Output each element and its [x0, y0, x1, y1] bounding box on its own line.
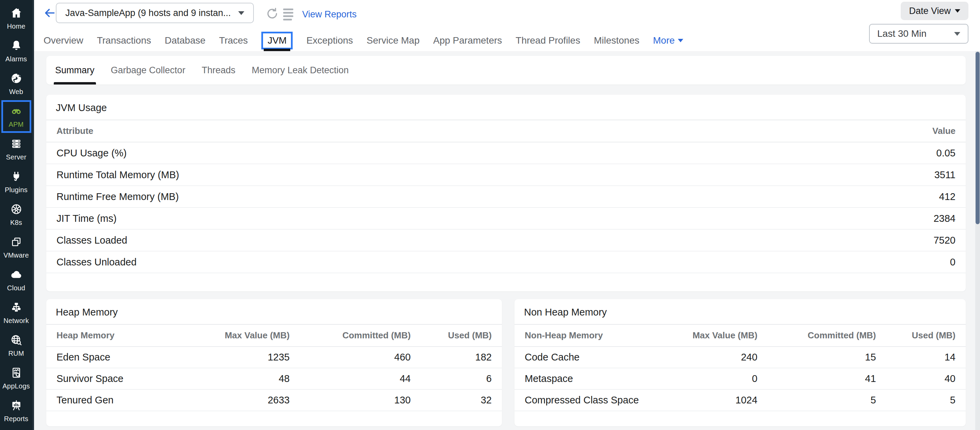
sidebar-item-label: VMware	[3, 251, 29, 259]
column-header: Max Value (MB)	[682, 325, 768, 347]
back-arrow-icon	[43, 6, 56, 21]
column-header-value: Value	[751, 120, 966, 142]
date-view-button[interactable]: Date View	[901, 2, 969, 20]
sidebar-item-apm[interactable]: APM	[2, 100, 31, 133]
sidebar-item-vmware[interactable]: VMware	[1, 231, 32, 264]
sidebar-item-k8s[interactable]: K8s	[1, 198, 32, 231]
view-reports-link[interactable]: View Reports	[302, 8, 356, 21]
sidebar-item-label: Network	[3, 317, 29, 325]
sidebar-item-cloud[interactable]: Cloud	[1, 264, 32, 296]
table-row: Code Cache 240 15 14	[514, 347, 966, 368]
heap-memory-title: Heap Memory	[46, 299, 502, 324]
subtab-garbage-collector[interactable]: Garbage Collector	[111, 56, 185, 85]
cloud-icon	[10, 269, 22, 282]
tab-app-parameters[interactable]: App Parameters	[433, 35, 502, 46]
jvm-subtab-bar: Summary Garbage Collector Threads Memory…	[46, 56, 966, 85]
sidebar-item-label: Web	[9, 88, 23, 96]
application-selector-value: Java-SampleApp (9 hosts and 9 instan...	[65, 8, 234, 18]
used-cell: 182	[421, 347, 502, 368]
tab-more[interactable]: More	[653, 35, 683, 46]
table-row: Runtime Free Memory (MB) 412	[46, 186, 966, 208]
tab-thread-profiles[interactable]: Thread Profiles	[515, 35, 580, 46]
chevron-down-icon	[678, 39, 683, 42]
max-value-cell: 1235	[215, 347, 300, 368]
chevron-down-icon	[955, 9, 960, 13]
table-row: Runtime Total Memory (MB) 3511	[46, 164, 966, 186]
sidebar-item-alarms[interactable]: Alarms	[1, 35, 32, 67]
globe-icon	[10, 72, 22, 86]
refresh-icon	[266, 7, 279, 22]
application-selector-dropdown[interactable]: Java-SampleApp (9 hosts and 9 instan...	[56, 3, 254, 23]
sidebar-item-applogs[interactable]: AppLogs	[1, 362, 32, 395]
column-header: Used (MB)	[886, 325, 966, 347]
sidebar-item-reports[interactable]: Reports	[1, 395, 32, 427]
sidebar-item-label: Cloud	[7, 284, 25, 292]
sidebar-item-network[interactable]: Network	[1, 296, 32, 329]
table-row: JIT Time (ms) 2384	[46, 208, 966, 229]
table-row: Classes Unloaded 0	[46, 251, 966, 273]
max-value-cell: 0	[682, 368, 768, 390]
apm-jvm-page: Home Alarms Web APM	[0, 0, 980, 430]
non-heap-memory-title: Non Heap Memory	[514, 299, 966, 324]
committed-cell: 460	[300, 347, 421, 368]
memory-pool-cell: Survivor Space	[46, 368, 215, 390]
sidebar-item-home[interactable]: Home	[1, 2, 32, 35]
sidebar-item-web[interactable]: Web	[1, 67, 32, 100]
report-list-button[interactable]	[283, 8, 297, 21]
back-button[interactable]	[42, 6, 57, 21]
value-cell: 3511	[751, 164, 966, 186]
sidebar-item-server[interactable]: Server	[1, 133, 32, 166]
tab-database[interactable]: Database	[165, 35, 205, 46]
plug-icon	[10, 170, 22, 184]
vertical-scrollbar-thumb[interactable]	[975, 52, 980, 224]
value-cell: 0.05	[751, 142, 966, 164]
presentation-board-icon	[10, 399, 22, 413]
binoculars-icon	[10, 105, 22, 118]
jvm-usage-title: JVM Usage	[46, 95, 966, 120]
tab-milestones[interactable]: Milestones	[594, 35, 640, 46]
value-cell: 7520	[751, 229, 966, 251]
column-header: Heap Memory	[46, 325, 215, 347]
globe-magnifier-icon	[10, 334, 22, 348]
subtab-memory-leak-detection[interactable]: Memory Leak Detection	[252, 56, 349, 85]
memory-pool-cell: Compressed Class Space	[514, 390, 682, 411]
tab-jvm-active[interactable]: JVM	[261, 32, 293, 50]
max-value-cell: 2633	[215, 390, 300, 411]
time-range-dropdown[interactable]: Last 30 Min	[869, 24, 969, 44]
table-header-row: Attribute Value	[46, 120, 966, 142]
table-row: Tenured Gen 2633 130 32	[46, 390, 502, 411]
time-range-value: Last 30 Min	[877, 28, 954, 39]
sidebar-item-label: Plugins	[5, 186, 27, 194]
tab-transactions[interactable]: Transactions	[97, 35, 151, 46]
tab-traces[interactable]: Traces	[219, 35, 248, 46]
column-header: Max Value (MB)	[215, 325, 300, 347]
sidebar-item-label: Home	[7, 22, 25, 30]
sidebar-item-rum[interactable]: RUM	[1, 329, 32, 362]
log-search-icon	[10, 367, 22, 380]
memory-pool-cell: Code Cache	[514, 347, 682, 368]
tab-more-label: More	[653, 35, 675, 46]
refresh-button[interactable]	[265, 7, 280, 22]
tab-exceptions[interactable]: Exceptions	[306, 35, 353, 46]
sidebar-item-plugins[interactable]: Plugins	[1, 166, 32, 198]
header-row-1: Java-SampleApp (9 hosts and 9 instan... …	[34, 0, 980, 27]
table-row: Compressed Class Space 1024 5 5	[514, 390, 966, 411]
max-value-cell: 240	[682, 347, 768, 368]
tab-overview[interactable]: Overview	[43, 35, 83, 46]
subtab-summary[interactable]: Summary	[55, 56, 95, 85]
value-cell: 412	[751, 186, 966, 208]
vertical-scrollbar-track[interactable]	[975, 51, 980, 430]
non-heap-memory-card: Non Heap Memory Non-Heap Memory Max Valu…	[514, 299, 966, 426]
used-cell: 5	[886, 390, 966, 411]
attribute-cell: CPU Usage (%)	[46, 142, 751, 164]
table-header-row: Non-Heap Memory Max Value (MB) Committed…	[514, 325, 966, 347]
date-view-label: Date View	[909, 6, 951, 16]
sidebar-item-label: APM	[9, 121, 24, 128]
subtab-threads[interactable]: Threads	[202, 56, 235, 85]
attribute-cell: Runtime Total Memory (MB)	[46, 164, 751, 186]
table-row: Classes Loaded 7520	[46, 229, 966, 251]
table-header-row: Heap Memory Max Value (MB) Committed (MB…	[46, 325, 502, 347]
table-row: Metaspace 0 41 40	[514, 368, 966, 390]
sidebar: Home Alarms Web APM	[0, 0, 34, 430]
tab-service-map[interactable]: Service Map	[366, 35, 420, 46]
